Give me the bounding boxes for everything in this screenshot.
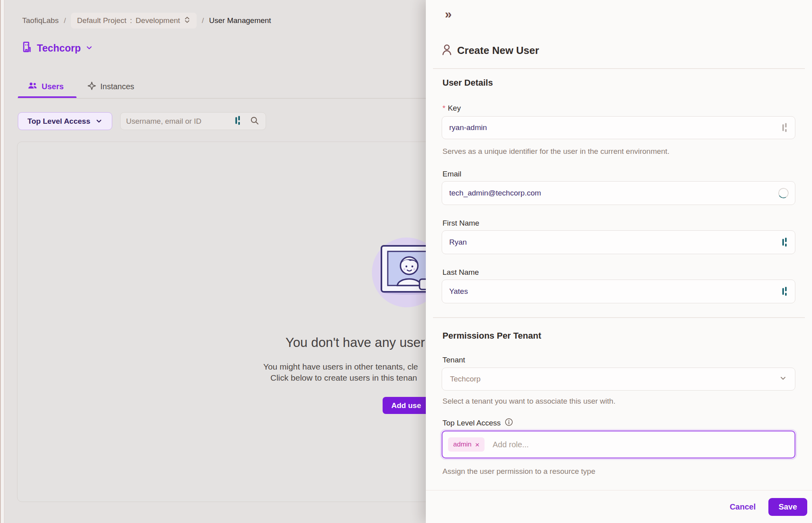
top-level-access-label-row: Top Level Access xyxy=(442,418,513,428)
last-name-field-wrap xyxy=(442,280,795,303)
sort-toggle-icon xyxy=(184,16,191,26)
project-environment-switcher[interactable]: Default Project : Development xyxy=(71,13,197,29)
first-name-input[interactable] xyxy=(442,231,795,254)
tenant-label: Tenant xyxy=(442,356,465,364)
search-input[interactable] xyxy=(121,113,235,130)
project-name: Default Project xyxy=(77,16,126,25)
autofill-bars-icon[interactable] xyxy=(235,116,242,127)
create-user-drawer: » Create New User User Details *Key Serv… xyxy=(426,0,812,523)
drawer-header: Create New User xyxy=(442,44,539,57)
drawer-footer: Cancel Save xyxy=(426,490,812,523)
empty-state-text-line1: You might have users in other tenants, c… xyxy=(263,362,418,372)
filter-button-label: Top Level Access xyxy=(27,117,90,126)
breadcrumb: TaofiqLabs / Default Project : Developme… xyxy=(22,13,271,29)
tenant-switcher[interactable]: Techcorp xyxy=(22,41,93,55)
project-env-colon: : xyxy=(130,16,132,25)
info-icon[interactable] xyxy=(505,418,513,428)
tenant-name: Techcorp xyxy=(37,42,81,54)
empty-state-text-line2: Click below to create users in this tena… xyxy=(270,373,417,383)
save-button[interactable]: Save xyxy=(768,498,807,516)
key-field-wrap xyxy=(442,116,795,139)
autofill-bars-icon xyxy=(782,238,789,247)
last-name-label: Last Name xyxy=(442,268,479,277)
section-permissions: Permissions Per Tenant xyxy=(442,331,541,341)
email-field-wrap xyxy=(442,181,795,205)
tab-users-label: Users xyxy=(42,82,64,91)
users-icon xyxy=(28,81,38,92)
key-helper-text: Serves as a unique identifier for the us… xyxy=(442,147,669,156)
email-label: Email xyxy=(442,170,462,178)
breadcrumb-page: User Management xyxy=(209,16,271,25)
collapsed-sidebar-edge xyxy=(0,0,4,523)
top-level-access-filter-button[interactable]: Top Level Access xyxy=(18,112,112,130)
breadcrumb-org[interactable]: TaofiqLabs xyxy=(22,16,59,25)
header-divider xyxy=(433,68,805,69)
first-name-field-wrap xyxy=(442,230,795,254)
chevron-down-icon xyxy=(95,117,103,125)
top-level-access-label: Top Level Access xyxy=(442,419,501,427)
drawer-title: Create New User xyxy=(457,44,539,57)
tab-users[interactable]: Users xyxy=(28,78,64,95)
section-divider xyxy=(433,317,805,318)
sparkle-icon xyxy=(87,81,96,92)
breadcrumb-separator: / xyxy=(64,16,66,25)
last-name-input[interactable] xyxy=(442,280,795,303)
key-label: *Key xyxy=(442,104,461,113)
role-tag-input[interactable]: admin × xyxy=(442,431,795,458)
tab-instances[interactable]: Instances xyxy=(87,78,134,95)
breadcrumb-separator: / xyxy=(202,16,204,25)
tenant-select-value: Techcorp xyxy=(450,375,779,383)
user-icon xyxy=(442,44,452,57)
tenant-helper-text: Select a tenant you want to associate th… xyxy=(442,397,615,406)
search-icon[interactable] xyxy=(250,116,259,127)
top-level-access-helper-text: Assign the user permission to a resource… xyxy=(442,467,595,476)
empty-state-title: You don't have any user xyxy=(285,335,425,350)
email-input[interactable] xyxy=(442,182,795,205)
collapse-drawer-icon[interactable]: » xyxy=(445,7,452,21)
key-input[interactable] xyxy=(442,117,795,139)
remove-role-icon[interactable]: × xyxy=(475,441,479,448)
required-marker: * xyxy=(442,104,445,112)
chevron-down-icon xyxy=(85,44,93,53)
section-user-details: User Details xyxy=(442,78,493,88)
chevron-down-icon xyxy=(779,374,787,384)
role-chip-label: admin xyxy=(453,441,471,448)
first-name-label: First Name xyxy=(442,219,479,228)
app-window: TaofiqLabs / Default Project : Developme… xyxy=(0,0,812,523)
building-icon xyxy=(22,41,33,55)
autofill-bars-icon xyxy=(782,287,789,296)
add-role-input[interactable] xyxy=(492,440,789,449)
role-chip: admin × xyxy=(448,437,485,452)
loading-spinner xyxy=(778,188,789,198)
cancel-button[interactable]: Cancel xyxy=(730,502,756,512)
autofill-bars-icon xyxy=(782,123,789,132)
environment-name: Development xyxy=(136,16,180,25)
tab-instances-label: Instances xyxy=(100,82,134,91)
tenant-select[interactable]: Techcorp xyxy=(442,368,795,391)
user-search xyxy=(120,112,266,130)
